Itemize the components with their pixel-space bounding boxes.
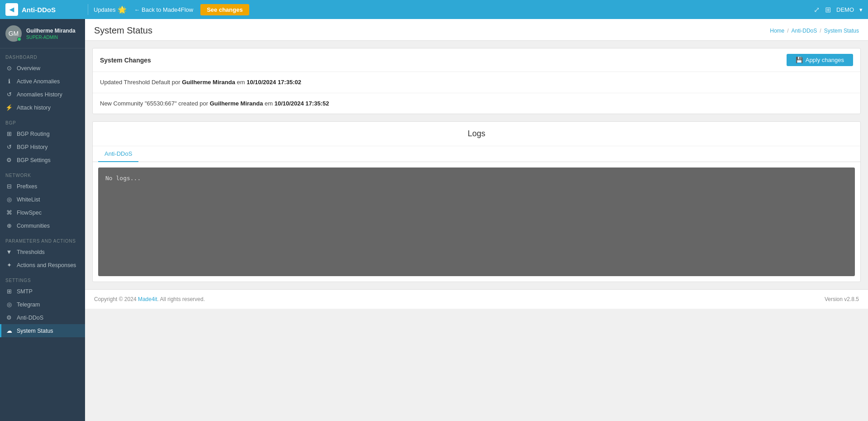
sidebar-item-anti-ddos-settings[interactable]: ⚙ Anti-DDoS	[0, 311, 85, 324]
sidebar-item-actions-responses[interactable]: ✦ Actions and Responses	[0, 258, 85, 272]
sidebar-item-telegram[interactable]: ◎ Telegram	[0, 298, 85, 311]
sidebar-item-system-status[interactable]: ☁ System Status	[0, 324, 85, 337]
footer-copyright: Copyright © 2024 Made4it. All rights res…	[94, 296, 205, 302]
sidebar-item-label: WhiteList	[17, 196, 40, 203]
save-icon: 💾	[796, 57, 803, 63]
sidebar-item-bgp-routing[interactable]: ⊞ BGP Routing	[0, 127, 85, 140]
grid-icon: ⊞	[825, 5, 831, 14]
sidebar-item-label: Anti-DDoS	[17, 315, 43, 321]
breadcrumb-current: System Status	[824, 28, 859, 34]
sidebar-item-label: BGP Routing	[17, 131, 50, 137]
breadcrumb: Home / Anti-DDoS / System Status	[770, 28, 859, 34]
sidebar-item-communities[interactable]: ⊕ Communities	[0, 219, 85, 232]
breadcrumb-sep-1: /	[787, 28, 788, 34]
actions-responses-icon: ✦	[5, 262, 13, 268]
footer-copyright-text: Copyright © 2024	[94, 296, 138, 302]
sidebar: GM Guilherme Miranda SUPER-ADMIN Dashboa…	[0, 19, 85, 421]
section-label-network: Network	[0, 167, 85, 180]
section-label-settings: Settings	[0, 272, 85, 285]
sidebar-item-overview[interactable]: ⊙ Overview	[0, 62, 85, 75]
sidebar-item-active-anomalies[interactable]: ℹ Active Anomalies	[0, 75, 85, 88]
footer-brand-link[interactable]: Made4it	[138, 296, 157, 302]
flowspec-icon: ⌘	[5, 209, 13, 216]
overview-icon: ⊙	[5, 65, 13, 72]
change-timestamp-2: 10/10/2024 17:35:52	[275, 100, 329, 107]
breadcrumb-sep-2: /	[820, 28, 821, 34]
topbar-updates: Updates 🌟	[94, 5, 127, 14]
page-title: System Status	[94, 25, 152, 36]
sidebar-item-label: Overview	[17, 65, 40, 72]
anomalies-history-icon: ↺	[5, 91, 13, 98]
communities-icon: ⊕	[5, 222, 13, 229]
logs-body: No logs...	[98, 167, 855, 276]
main-content: System Status Home / Anti-DDoS / System …	[85, 19, 868, 421]
sidebar-item-label: BGP Settings	[17, 157, 51, 163]
thresholds-icon: ▼	[5, 249, 13, 255]
change-user-1: Guilherme Miranda	[182, 79, 235, 86]
telegram-icon: ◎	[5, 301, 13, 308]
sidebar-item-bgp-settings[interactable]: ⚙ BGP Settings	[0, 153, 85, 167]
sidebar-item-label: Actions and Responses	[17, 262, 76, 268]
system-status-icon: ☁	[5, 327, 13, 334]
section-label-dashboard: Dashboard	[0, 48, 85, 62]
change-user-2: Guilherme Miranda	[210, 100, 263, 107]
bgp-history-icon: ↺	[5, 144, 13, 150]
footer-version: Version v2.8.5	[825, 296, 859, 302]
footer-rights: . All rights reserved.	[157, 296, 205, 302]
footer-version-value: v2.8.5	[844, 296, 859, 302]
demo-dropdown-icon[interactable]: ▾	[859, 6, 863, 13]
logs-tab-anti-ddos[interactable]: Anti-DDoS	[98, 146, 138, 162]
main-inner: System Status Home / Anti-DDoS / System …	[85, 19, 868, 421]
card-header-title: System Changes	[100, 57, 151, 64]
logs-title: Logs	[93, 122, 860, 146]
anti-ddos-settings-icon: ⚙	[5, 314, 13, 321]
card-header: System Changes 💾 Apply changes	[93, 48, 860, 72]
bgp-routing-icon: ⊞	[5, 130, 13, 137]
sidebar-item-label: BGP History	[17, 144, 48, 150]
section-label-bgp: BGP	[0, 114, 85, 127]
change-text-2-mid: em	[263, 100, 274, 107]
sidebar-item-label: Thresholds	[17, 249, 45, 255]
sidebar-item-label: Attack history	[17, 105, 51, 111]
sidebar-item-prefixes[interactable]: ⊟ Prefixes	[0, 180, 85, 193]
whitelist-icon: ◎	[5, 196, 13, 203]
back-to-made4flow-link[interactable]: ← Back to Made4Flow	[134, 6, 193, 13]
smtp-icon: ⊞	[5, 288, 13, 295]
sidebar-item-thresholds[interactable]: ▼ Thresholds	[0, 245, 85, 258]
breadcrumb-home[interactable]: Home	[770, 28, 784, 34]
see-changes-button[interactable]: See changes	[200, 4, 249, 15]
sidebar-item-whitelist[interactable]: ◎ WhiteList	[0, 193, 85, 206]
change-text-2-before: New Community "65530:667" created por	[100, 100, 210, 107]
avatar-online-dot	[17, 37, 21, 41]
apply-changes-button[interactable]: 💾 Apply changes	[787, 54, 853, 66]
section-label-parameters: Parameters and Actions	[0, 232, 85, 245]
bgp-settings-icon: ⚙	[5, 157, 13, 163]
breadcrumb-anti-ddos[interactable]: Anti-DDoS	[792, 28, 817, 34]
change-row-1: Updated Threshold Default por Guilherme …	[93, 72, 860, 93]
resize-icon[interactable]: ⤢	[814, 5, 820, 14]
brand-logo: ◄	[5, 3, 18, 16]
sidebar-item-smtp[interactable]: ⊞ SMTP	[0, 285, 85, 298]
logs-section: Logs Anti-DDoS No logs...	[92, 121, 861, 282]
footer-version-label: Version	[825, 296, 844, 302]
sidebar-item-label: System Status	[17, 328, 53, 334]
sidebar-item-anomalies-history[interactable]: ↺ Anomalies History	[0, 88, 85, 101]
sidebar-item-flowspec[interactable]: ⌘ FlowSpec	[0, 206, 85, 219]
sidebar-item-label: FlowSpec	[17, 210, 42, 216]
layout: GM Guilherme Miranda SUPER-ADMIN Dashboa…	[0, 19, 868, 421]
sidebar-item-label: Active Anomalies	[17, 78, 60, 85]
sidebar-username: Guilherme Miranda	[26, 28, 76, 34]
updates-label: Updates	[94, 6, 115, 13]
sidebar-item-label: Prefixes	[17, 183, 37, 190]
sidebar-user: GM Guilherme Miranda SUPER-ADMIN	[0, 19, 85, 48]
attack-history-icon: ⚡	[5, 104, 13, 111]
change-text-1-mid: em	[235, 79, 247, 86]
topbar: ◄ Anti-DDoS Updates 🌟 ← Back to Made4Flo…	[0, 0, 868, 19]
sidebar-item-bgp-history[interactable]: ↺ BGP History	[0, 140, 85, 153]
sidebar-item-label: Telegram	[17, 301, 40, 308]
brand-name: Anti-DDoS	[22, 6, 56, 14]
sidebar-item-label: Anomalies History	[17, 91, 62, 98]
brand: ◄ Anti-DDoS	[5, 3, 82, 16]
sidebar-item-attack-history[interactable]: ⚡ Attack history	[0, 101, 85, 114]
logs-tabs: Anti-DDoS	[93, 146, 860, 162]
